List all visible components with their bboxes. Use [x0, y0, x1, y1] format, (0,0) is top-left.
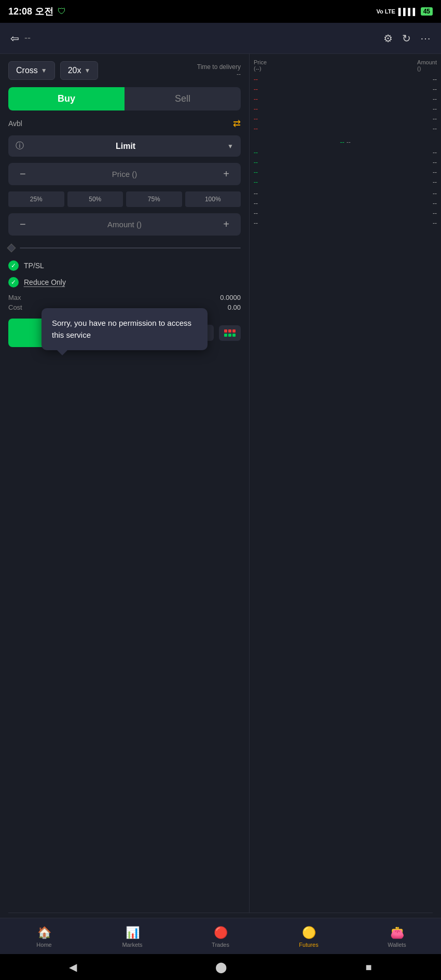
time-to-delivery: Time to delivery -- [197, 63, 241, 78]
home-icon: 🏠 [37, 926, 51, 940]
trades-icon: 🔴 [214, 926, 228, 940]
more-icon[interactable]: ⋯ [420, 32, 431, 45]
max-row: Max 0.0000 [8, 294, 241, 301]
pct-25-button[interactable]: 25% [8, 191, 64, 207]
wallets-icon: 👛 [390, 926, 404, 940]
slider-track[interactable] [20, 247, 241, 249]
nav-trades[interactable]: 🔴 Trades [176, 926, 265, 948]
avbl-row: Avbl ⇄ [8, 118, 241, 129]
price-minus-button[interactable]: − [16, 168, 30, 180]
asks-list: -- -- -- -- -- -- -- -- -- -- -- -- [254, 76, 437, 132]
cost-value: 0.00 [228, 303, 241, 311]
ask-row: -- -- [254, 95, 437, 103]
margin-mode-dropdown[interactable]: Cross ▼ [8, 61, 55, 80]
settings-row: Cross ▼ 20x ▼ Time to delivery -- [8, 61, 241, 80]
trading-panel: Cross ▼ 20x ▼ Time to delivery -- Buy Se… [0, 54, 249, 913]
ob-mid: -- -- [254, 135, 437, 149]
extra-ob-rows: -- -- -- -- -- -- -- -- [254, 190, 437, 227]
back-button[interactable]: ⇦ [10, 32, 19, 45]
amount-input-label[interactable]: Amount () [30, 220, 219, 229]
amount-input-row: − Amount () + [8, 213, 241, 236]
futures-icon: 🟡 [302, 926, 316, 940]
buy-button[interactable]: Buy [8, 87, 125, 111]
markets-icon: 📊 [126, 926, 140, 940]
pct-row: 25% 50% 75% 100% [8, 191, 241, 207]
permission-tooltip: Sorry, you have no permission to access … [42, 308, 208, 350]
android-home-button[interactable]: ⬤ [215, 961, 227, 973]
sell-button[interactable]: Sell [125, 87, 241, 111]
max-label: Max [8, 294, 21, 301]
tooltip-arrow [57, 350, 67, 355]
tpsl-label[interactable]: TP/SL [24, 261, 44, 270]
order-type-arrow: ▼ [227, 143, 233, 150]
pct-100-button[interactable]: 100% [185, 191, 241, 207]
slider-handle[interactable] [7, 244, 16, 253]
signal-icon: ▌▌▌▌ [398, 8, 418, 16]
margin-mode-label: Cross [16, 66, 38, 75]
ask-row: -- -- [254, 125, 437, 132]
mid-dash: -- [347, 139, 351, 146]
android-back-button[interactable]: ◀ [69, 961, 77, 973]
amount-minus-button[interactable]: − [16, 218, 30, 230]
vo-lte-icon: Vo LTE [377, 8, 395, 15]
max-value: 0.0000 [220, 294, 241, 301]
mid-price: -- [340, 138, 344, 146]
status-bar: 12:08 오전 🛡 Vo LTE ▌▌▌▌ 45 [0, 0, 441, 23]
price-input-row: − Price () + [8, 163, 241, 185]
bid-row: -- -- [254, 159, 437, 166]
nav-futures-label: Futures [299, 942, 318, 948]
pct-50-button[interactable]: 50% [67, 191, 123, 207]
amount-plus-button[interactable]: + [219, 218, 233, 230]
buy-sell-toggle: Buy Sell [8, 87, 241, 111]
price-col-label: Price (--) [254, 59, 267, 72]
nav-wallets[interactable]: 👛 Wallets [353, 926, 441, 948]
ask-row: -- -- [254, 115, 437, 122]
bids-list: -- -- -- -- -- -- -- -- [254, 149, 437, 186]
ob-header: Price (--) Amount () [254, 59, 437, 72]
tpsl-checkbox[interactable]: ✓ [8, 260, 19, 271]
ttd-value: -- [197, 71, 241, 78]
margin-mode-arrow: ▼ [41, 67, 47, 74]
bid-row: -- -- [254, 149, 437, 156]
check-icon-2: ✓ [11, 279, 16, 286]
app-header: ⇦ -- ⚙ ↻ ⋯ [0, 23, 441, 54]
nav-home[interactable]: 🏠 Home [0, 926, 88, 948]
android-nav: ◀ ⬤ ■ [0, 954, 441, 980]
reduce-only-checkbox[interactable]: ✓ [8, 277, 19, 287]
amount-col-label: Amount () [417, 59, 437, 72]
nav-markets[interactable]: 📊 Markets [88, 926, 176, 948]
status-time: 12:08 오전 [8, 5, 53, 18]
reduce-only-label[interactable]: Reduce Only [24, 278, 66, 286]
grid-button[interactable] [219, 325, 241, 341]
pct-75-button[interactable]: 75% [126, 191, 182, 207]
shield-icon: 🛡 [58, 7, 66, 16]
nav-wallets-label: Wallets [388, 942, 406, 948]
filter-icon[interactable]: ⚙ [383, 32, 393, 45]
main-content: Cross ▼ 20x ▼ Time to delivery -- Buy Se… [0, 54, 441, 913]
tpsl-row: ✓ TP/SL [8, 260, 241, 271]
avbl-label: Avbl [8, 119, 22, 128]
leverage-dropdown[interactable]: 20x ▼ [60, 61, 99, 80]
slider-row[interactable] [8, 243, 241, 253]
battery-icon: 45 [421, 7, 433, 16]
transfer-icon[interactable]: ⇄ [233, 118, 241, 129]
info-icon: ⓘ [16, 141, 24, 151]
refresh-icon[interactable]: ↻ [402, 32, 411, 45]
bid-row: -- -- [254, 178, 437, 186]
order-type-row[interactable]: ⓘ Limit ▼ [8, 135, 241, 157]
leverage-arrow: ▼ [84, 67, 90, 74]
nav-trades-label: Trades [212, 942, 229, 948]
ttd-label: Time to delivery [197, 63, 241, 71]
nav-home-label: Home [36, 942, 51, 948]
ask-row: -- -- [254, 86, 437, 93]
price-input-label[interactable]: Price () [30, 170, 219, 178]
ask-row: -- -- [254, 105, 437, 113]
leverage-label: 20x [68, 66, 81, 75]
android-recents-button[interactable]: ■ [365, 961, 371, 973]
header-title: -- [24, 33, 31, 44]
reduce-only-row: ✓ Reduce Only [8, 277, 241, 287]
ask-row: -- -- [254, 76, 437, 83]
nav-futures[interactable]: 🟡 Futures [265, 926, 353, 948]
cost-label: Cost [8, 303, 22, 311]
price-plus-button[interactable]: + [219, 168, 233, 180]
